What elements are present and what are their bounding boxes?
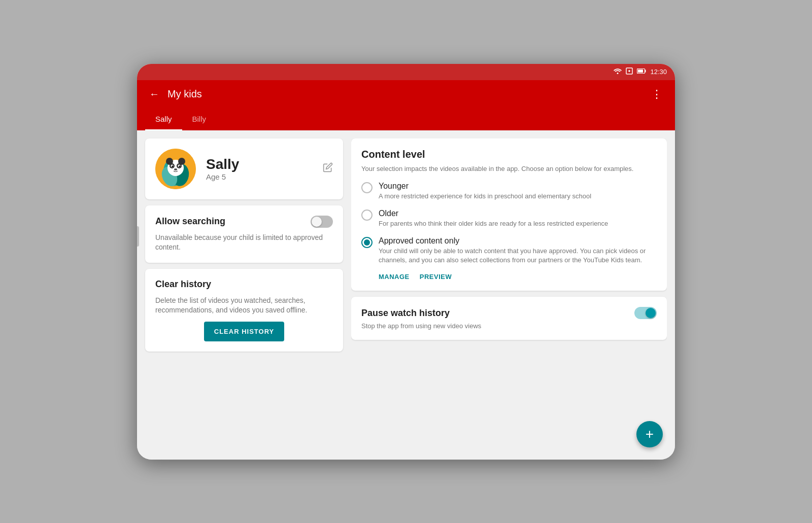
toolbar-title: My kids [167, 88, 647, 100]
edit-profile-button[interactable] [323, 162, 333, 175]
clear-history-button[interactable]: CLEAR HISTORY [204, 322, 284, 341]
fab-button[interactable]: + [636, 421, 663, 447]
pause-watch-desc: Stop the app from using new video views [361, 322, 657, 330]
status-bar: 12:30 [137, 64, 675, 80]
radio-older-content: Older For parents who think their older … [379, 209, 608, 228]
toolbar: ← My kids ⋮ [137, 80, 675, 109]
pause-toggle-knob [646, 308, 656, 318]
radio-option-older: Older For parents who think their older … [361, 209, 657, 228]
radio-older[interactable] [361, 210, 373, 221]
svg-point-16 [172, 165, 173, 167]
clear-history-title: Clear history [155, 279, 333, 290]
tabs-bar: Sally Billy [137, 109, 675, 130]
right-column: Content level Your selection impacts the… [351, 138, 667, 451]
svg-point-18 [174, 168, 177, 170]
radio-option-younger: Younger A more restricted experience for… [361, 182, 657, 201]
profile-info: Sally Age 5 [206, 156, 313, 181]
pause-card-header: Pause watch history [361, 307, 657, 319]
svg-rect-3 [645, 70, 646, 73]
radio-approved-content: Approved content only Your child will on… [379, 236, 657, 265]
allow-searching-card: Allow searching Unavailable because your… [145, 205, 343, 263]
allow-searching-header: Allow searching [155, 216, 333, 228]
content-level-title: Content level [361, 149, 657, 160]
radio-approved-desc: Your child will only be able to watch co… [379, 247, 657, 265]
content-area: Sally Age 5 Allow searching [137, 130, 675, 460]
radio-older-desc: For parents who think their older kids a… [379, 219, 608, 228]
tab-billy[interactable]: Billy [182, 109, 217, 131]
battery-icon [637, 68, 646, 76]
profile-age: Age 5 [206, 172, 313, 181]
manage-button[interactable]: MANAGE [379, 273, 410, 281]
radio-approved-label: Approved content only [379, 236, 657, 246]
profile-card: Sally Age 5 [145, 138, 343, 199]
profile-name: Sally [206, 156, 313, 172]
status-time: 12:30 [650, 68, 667, 76]
radio-younger[interactable] [361, 182, 373, 193]
preview-button[interactable]: PREVIEW [420, 273, 452, 281]
wifi-icon [614, 68, 622, 76]
radio-option-approved: Approved content only Your child will on… [361, 236, 657, 265]
svg-rect-4 [638, 69, 643, 73]
left-column: Sally Age 5 Allow searching [145, 138, 343, 451]
radio-younger-label: Younger [379, 182, 591, 191]
tab-sally[interactable]: Sally [145, 109, 182, 131]
tablet-frame: 12:30 ← My kids ⋮ Sally Billy [137, 64, 675, 460]
svg-point-17 [179, 165, 180, 167]
pause-watch-history-card: Pause watch history Stop the app from us… [351, 297, 667, 340]
side-button [137, 226, 139, 247]
content-level-desc: Your selection impacts the videos availa… [361, 164, 657, 173]
allow-searching-desc: Unavailable because your child is limite… [155, 233, 333, 253]
allow-searching-toggle[interactable] [311, 216, 333, 228]
battery-saver-icon [626, 67, 633, 76]
back-button[interactable]: ← [145, 84, 163, 104]
pause-watch-title: Pause watch history [361, 308, 450, 319]
clear-history-card: Clear history Delete the list of videos … [145, 269, 343, 352]
more-menu-button[interactable]: ⋮ [647, 84, 667, 105]
svg-point-0 [617, 73, 619, 74]
clear-history-desc: Delete the list of videos you watched, s… [155, 296, 333, 316]
approved-actions: MANAGE PREVIEW [361, 273, 657, 281]
panda-avatar-svg [155, 149, 196, 189]
pause-watch-toggle[interactable] [634, 307, 657, 319]
radio-younger-content: Younger A more restricted experience for… [379, 182, 591, 201]
content-level-card: Content level Your selection impacts the… [351, 138, 667, 291]
radio-older-label: Older [379, 209, 608, 218]
avatar [155, 149, 196, 189]
allow-searching-title: Allow searching [155, 216, 225, 227]
toggle-knob [312, 217, 322, 227]
radio-younger-desc: A more restricted experience for kids in… [379, 192, 591, 201]
radio-approved[interactable] [361, 237, 373, 248]
